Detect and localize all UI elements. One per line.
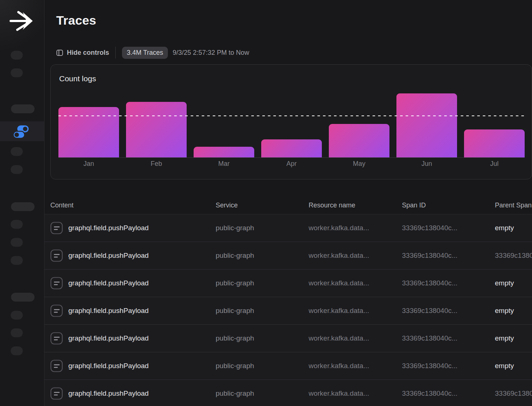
log-lines-icon [50,332,63,345]
sidebar-item-dot[interactable] [11,256,23,265]
bar-jun[interactable] [396,93,457,157]
content-value: graphql.field.pushPayload [68,389,149,398]
controls-bar: Hide controls 3.4M Traces 9/3/25 2:57:32… [56,46,249,60]
log-lines-icon [50,387,63,400]
column-header-parent-span-id[interactable]: Parent Span ID [495,202,532,209]
bar-feb[interactable] [126,102,187,157]
cell-parent-span-id: 33369c138040c... [495,252,532,260]
sidebar-item-pill[interactable] [11,202,35,211]
sidebar-item-dot[interactable] [11,311,23,320]
content-value: graphql.field.pushPayload [68,279,149,287]
table-body: graphql.field.pushPayloadpublic-graphwor… [44,214,532,406]
bar-may[interactable] [329,124,389,157]
chart-plot [58,87,525,158]
cell-service: public-graph [216,362,309,370]
content-value: graphql.field.pushPayload [68,224,149,232]
x-tick-may: May [329,160,389,168]
x-tick-apr: Apr [261,160,322,168]
page-title: Traces [56,13,96,28]
table-row[interactable]: graphql.field.pushPayloadpublic-graphwor… [44,380,532,406]
column-header-content[interactable]: Content [50,202,216,209]
sidebar-item-dot[interactable] [11,220,23,229]
bar-apr[interactable] [261,139,322,157]
sidebar-item-dot[interactable] [11,238,23,247]
log-lines-icon [50,304,63,317]
traces-table: ContentServiceResource nameSpan IDParent… [44,197,532,406]
traces-page: { "header": { "title": "Traces" }, "cont… [0,0,532,406]
column-header-service[interactable]: Service [216,202,309,209]
cell-span-id: 33369c138040c... [402,362,495,370]
log-lines-icon [50,360,63,372]
cell-span-id: 33369c138040c... [402,389,495,398]
x-tick-jan: Jan [58,160,119,168]
sidebar-item-dot[interactable] [11,68,23,77]
cell-span-id: 33369c138040c... [402,334,495,342]
cell-service: public-graph [216,252,309,260]
sidebar-item-dot[interactable] [11,165,23,174]
cell-resource-name: worker.kafka.data... [309,224,402,232]
column-header-span-id[interactable]: Span ID [402,202,495,209]
app-logo-arrow-icon[interactable] [8,9,33,33]
chart-title: Count logs [59,74,524,83]
content-value: graphql.field.pushPayload [68,307,149,315]
cell-parent-span-id: empty [495,307,532,315]
cell-parent-span-id: empty [495,362,532,370]
cell-parent-span-id: 33369c138040c... [495,389,532,398]
content-value: graphql.field.pushPayload [68,334,149,342]
sidebar-item-dot[interactable] [11,328,23,337]
bar-mar[interactable] [194,147,254,157]
cell-resource-name: worker.kafka.data... [309,252,402,260]
bar-jul[interactable] [464,129,525,157]
panel-left-icon [56,49,64,57]
chart-reference-line [58,115,525,116]
cell-service: public-graph [216,389,309,398]
cell-resource-name: worker.kafka.data... [309,279,402,287]
cell-span-id: 33369c138040c... [402,279,495,287]
table-row[interactable]: graphql.field.pushPayloadpublic-graphwor… [44,325,532,352]
cell-content: graphql.field.pushPayload [50,332,216,345]
sidebar-item-pill[interactable] [11,104,35,113]
log-lines-icon [50,249,63,262]
cell-content: graphql.field.pushPayload [50,360,216,372]
cell-service: public-graph [216,307,309,315]
table-row[interactable]: graphql.field.pushPayloadpublic-graphwor… [44,352,532,380]
cell-resource-name: worker.kafka.data... [309,389,402,398]
sidebar-item-pill[interactable] [11,293,35,302]
bar-jan[interactable] [58,107,119,157]
time-range-label: 9/3/25 2:57:32 PM to Now [173,49,249,57]
sidebar [0,0,44,406]
cell-content: graphql.field.pushPayload [50,304,216,317]
traces-count-badge: 3.4M Traces [122,47,168,59]
chart-bars [58,87,525,157]
chart-x-axis-labels: JanFebMarAprMayJunJul [58,160,525,168]
cell-service: public-graph [216,224,309,232]
content-value: graphql.field.pushPayload [68,252,149,260]
sidebar-item-dot[interactable] [11,346,23,355]
toggles-icon [12,124,29,140]
cell-span-id: 33369c138040c... [402,307,495,315]
table-row[interactable]: graphql.field.pushPayloadpublic-graphwor… [44,270,532,297]
table-row[interactable]: graphql.field.pushPayloadpublic-graphwor… [44,242,532,270]
sidebar-item-dot[interactable] [11,147,23,156]
hide-controls-label: Hide controls [67,49,109,57]
cell-span-id: 33369c138040c... [402,252,495,260]
table-row[interactable]: graphql.field.pushPayloadpublic-graphwor… [44,297,532,325]
cell-resource-name: worker.kafka.data... [309,362,402,370]
cell-parent-span-id: empty [495,224,532,232]
x-tick-feb: Feb [126,160,187,168]
cell-resource-name: worker.kafka.data... [309,307,402,315]
cell-service: public-graph [216,334,309,342]
column-header-resource-name[interactable]: Resource name [309,202,402,209]
controls-divider [115,47,116,58]
cell-span-id: 33369c138040c... [402,224,495,232]
cell-content: graphql.field.pushPayload [50,249,216,262]
hide-controls-button[interactable]: Hide controls [56,49,109,57]
cell-parent-span-id: empty [495,279,532,287]
cell-content: graphql.field.pushPayload [50,387,216,400]
cell-content: graphql.field.pushPayload [50,222,216,234]
table-row[interactable]: graphql.field.pushPayloadpublic-graphwor… [44,214,532,242]
sidebar-item-active[interactable] [0,121,44,141]
sidebar-item-dot[interactable] [11,51,23,60]
content-value: graphql.field.pushPayload [68,362,149,370]
log-lines-icon [50,222,63,234]
